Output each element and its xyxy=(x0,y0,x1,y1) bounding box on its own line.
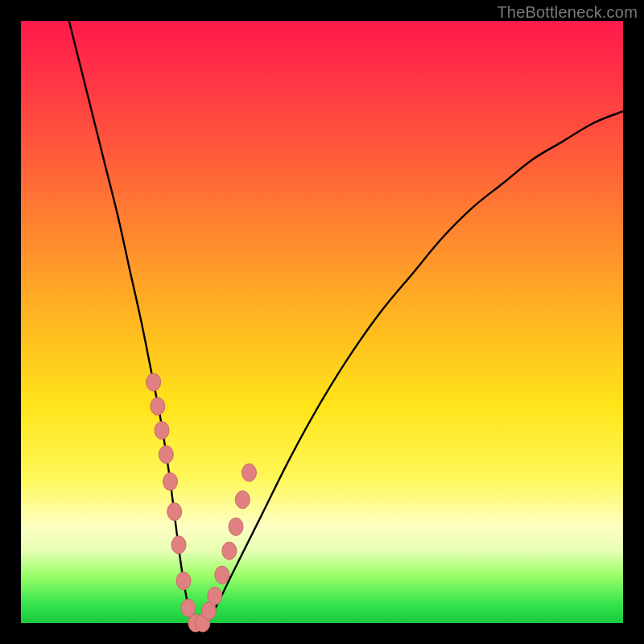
curve-marker xyxy=(229,518,243,535)
bottleneck-curve-path xyxy=(69,21,623,625)
curve-marker xyxy=(151,398,165,415)
curve-marker xyxy=(235,491,250,509)
curve-marker xyxy=(171,536,186,554)
curve-marker xyxy=(176,572,191,590)
curve-svg xyxy=(21,21,623,623)
curve-marker xyxy=(242,464,257,481)
curve-marker xyxy=(155,422,169,440)
curve-marker xyxy=(163,473,178,490)
curve-marker xyxy=(159,446,173,464)
curve-marker xyxy=(167,503,182,521)
curve-marker xyxy=(208,587,222,605)
watermark-text: TheBottleneck.com xyxy=(497,3,638,22)
plot-area xyxy=(21,21,623,623)
curve-markers xyxy=(147,374,257,632)
curve-marker xyxy=(222,542,237,559)
bottleneck-curve xyxy=(69,21,623,625)
curve-marker xyxy=(147,374,161,391)
outer-frame: TheBottleneck.com xyxy=(0,0,644,644)
curve-marker xyxy=(215,566,229,584)
